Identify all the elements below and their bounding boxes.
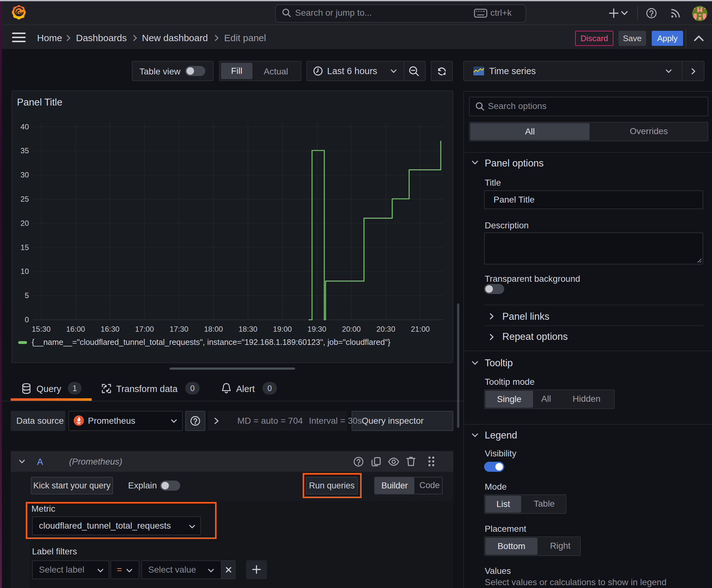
- svg-text:21:00: 21:00: [411, 325, 430, 333]
- svg-text:16:00: 16:00: [66, 325, 85, 333]
- svg-text:17:30: 17:30: [170, 325, 188, 333]
- svg-text:40: 40: [20, 123, 29, 131]
- svg-text:30: 30: [20, 171, 29, 179]
- svg-text:15: 15: [20, 243, 29, 252]
- svg-text:20:30: 20:30: [376, 325, 395, 333]
- svg-text:18:00: 18:00: [204, 325, 223, 333]
- svg-text:5: 5: [25, 291, 29, 300]
- svg-text:15:30: 15:30: [32, 325, 50, 333]
- svg-text:20: 20: [20, 219, 29, 227]
- svg-text:20:00: 20:00: [342, 325, 361, 333]
- svg-text:18:30: 18:30: [239, 325, 257, 333]
- svg-text:10: 10: [20, 267, 29, 275]
- svg-text:35: 35: [20, 146, 29, 155]
- svg-text:19:00: 19:00: [273, 325, 292, 333]
- svg-text:25: 25: [20, 195, 29, 203]
- svg-text:17:00: 17:00: [135, 325, 154, 333]
- svg-text:19:30: 19:30: [307, 325, 326, 333]
- svg-text:0: 0: [25, 315, 29, 324]
- svg-text:16:30: 16:30: [101, 325, 120, 333]
